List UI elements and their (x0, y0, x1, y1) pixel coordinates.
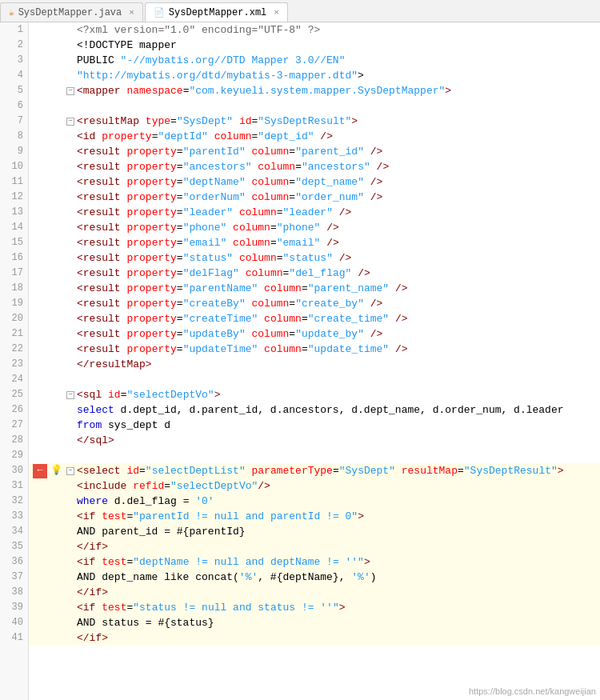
code-line-2: <!DOCTYPE mapper (29, 38, 600, 53)
code-content-39: <if test="status != null and status != '… (77, 600, 600, 615)
line-number-5: 5 (0, 83, 23, 98)
tab-xml[interactable]: 📄 SysDeptMapper.xml × (145, 2, 288, 22)
code-content-18: <result property="parentName" column="pa… (77, 281, 600, 296)
code-content-37: AND dept_name like concat('%', #{deptNam… (77, 570, 600, 585)
line-number-16: 16 (0, 250, 23, 266)
code-line-29 (29, 448, 600, 463)
code-line-21: <result property="updateBy" column="upda… (29, 326, 600, 342)
tab-xml-close[interactable]: × (274, 8, 279, 18)
code-content-35: </if> (77, 539, 600, 554)
code-line-26: select d.dept_id, d.parent_id, d.ancesto… (29, 402, 600, 418)
line-number-26: 26 (0, 402, 23, 418)
code-content-26: select d.dept_id, d.parent_id, d.ancesto… (77, 402, 600, 418)
code-line-4: "http://mybatis.org/dtd/mybatis-3-mapper… (29, 68, 600, 83)
line-number-39: 39 (0, 600, 23, 615)
fold-marker-25[interactable]: − (66, 391, 74, 399)
code-content-21: <result property="updateBy" column="upda… (77, 326, 600, 342)
tab-bar: ☕ SysDeptMapper.java × 📄 SysDeptMapper.x… (0, 0, 600, 22)
code-line-10: <result property="ancestors" column="anc… (29, 159, 600, 174)
code-line-35: </if> (29, 539, 600, 554)
code-line-11: <result property="deptName" column="dept… (29, 174, 600, 190)
code-line-24 (29, 372, 600, 387)
code-content-4: "http://mybatis.org/dtd/mybatis-3-mapper… (77, 68, 600, 83)
editor: 1234567891011121314151617181920212223242… (0, 22, 600, 700)
bulb-icon[interactable]: 💡 (50, 463, 62, 478)
code-content-5: <mapper namespace="com.keyueli.system.ma… (77, 83, 600, 98)
code-line-34: AND parent_id = #{parentId} (29, 524, 600, 539)
code-content-40: AND status = #{status} (77, 615, 600, 630)
code-line-1: <?xml version="1.0" encoding="UTF-8" ?> (29, 22, 600, 38)
code-content-23: </resultMap> (77, 357, 600, 372)
line-number-23: 23 (0, 357, 23, 372)
code-content-20: <result property="createTime" column="cr… (77, 311, 600, 326)
code-line-31: <include refid="selectDeptVo"/> (29, 478, 600, 494)
line-number-4: 4 (0, 68, 23, 83)
line-number-2: 2 (0, 38, 23, 53)
code-line-33: <if test="parentId != null and parentId … (29, 509, 600, 524)
code-area[interactable]: <?xml version="1.0" encoding="UTF-8" ?><… (29, 22, 600, 700)
code-line-40: AND status = #{status} (29, 615, 600, 630)
line-number-22: 22 (0, 342, 23, 357)
java-icon: ☕ (9, 7, 14, 18)
code-content-34: AND parent_id = #{parentId} (77, 524, 600, 539)
line-number-7: 7 (0, 114, 23, 129)
code-content-24 (77, 372, 600, 387)
code-content-31: <include refid="selectDeptVo"/> (77, 478, 600, 494)
tab-xml-label: SysDeptMapper.xml (169, 7, 266, 18)
code-line-12: <result property="orderNum" column="orde… (29, 190, 600, 205)
code-content-22: <result property="updateTime" column="up… (77, 342, 600, 357)
xml-icon: 📄 (154, 7, 165, 18)
line-number-18: 18 (0, 281, 23, 296)
code-line-41: </if> (29, 630, 600, 646)
code-line-25: − <sql id="selectDeptVo"> (29, 387, 600, 402)
code-content-30: <select id="selectDeptList" parameterTyp… (77, 463, 600, 478)
code-line-22: <result property="updateTime" column="up… (29, 342, 600, 357)
line-number-29: 29 (0, 448, 23, 463)
code-line-15: <result property="email" column="email" … (29, 235, 600, 250)
code-content-3: PUBLIC "-//mybatis.org//DTD Mapper 3.0//… (77, 53, 600, 68)
fold-marker-7[interactable]: − (66, 118, 74, 126)
fold-marker-5[interactable]: − (66, 87, 74, 95)
code-line-17: <result property="delFlag" column="del_f… (29, 266, 600, 281)
code-line-27: from sys_dept d (29, 418, 600, 433)
line-number-30: 30 (0, 463, 23, 478)
code-line-5: −<mapper namespace="com.keyueli.system.m… (29, 83, 600, 98)
code-line-23: </resultMap> (29, 357, 600, 372)
line-numbers: 1234567891011121314151617181920212223242… (0, 22, 29, 700)
tab-java[interactable]: ☕ SysDeptMapper.java × (0, 2, 143, 22)
line-number-33: 33 (0, 509, 23, 524)
code-line-36: <if test="deptName != null and deptName … (29, 554, 600, 570)
code-content-11: <result property="deptName" column="dept… (77, 174, 600, 190)
code-content-7: <resultMap type="SysDept" id="SysDeptRes… (77, 114, 600, 129)
code-content-27: from sys_dept d (77, 418, 600, 433)
code-line-8: <id property="deptId" column="dept_id" /… (29, 129, 600, 144)
line-number-40: 40 (0, 615, 23, 630)
code-line-6 (29, 98, 600, 114)
code-content-38: </if> (77, 585, 600, 600)
code-content-33: <if test="parentId != null and parentId … (77, 509, 600, 524)
line-number-3: 3 (0, 53, 23, 68)
code-line-13: <result property="leader" column="leader… (29, 205, 600, 220)
code-content-17: <result property="delFlag" column="del_f… (77, 266, 600, 281)
line-number-17: 17 (0, 266, 23, 281)
watermark: https://blog.csdn.net/kangweijian (469, 686, 596, 696)
line-number-27: 27 (0, 418, 23, 433)
line-number-10: 10 (0, 159, 23, 174)
code-line-37: AND dept_name like concat('%', #{deptNam… (29, 570, 600, 585)
code-content-8: <id property="deptId" column="dept_id" /… (77, 129, 600, 144)
tab-java-close[interactable]: × (129, 8, 134, 18)
code-content-28: </sql> (77, 433, 600, 448)
line-number-6: 6 (0, 98, 23, 114)
code-content-9: <result property="parentId" column="pare… (77, 144, 600, 159)
line-number-28: 28 (0, 433, 23, 448)
back-arrow-icon[interactable]: ← (33, 464, 47, 478)
code-content-10: <result property="ancestors" column="anc… (77, 159, 600, 174)
line-number-37: 37 (0, 570, 23, 585)
line-number-20: 20 (0, 311, 23, 326)
fold-marker-30[interactable]: − (66, 467, 74, 475)
line-number-1: 1 (0, 22, 23, 38)
line-number-8: 8 (0, 129, 23, 144)
code-line-39: <if test="status != null and status != '… (29, 600, 600, 615)
code-content-2: <!DOCTYPE mapper (77, 38, 600, 53)
code-content-16: <result property="status" column="status… (77, 250, 600, 266)
